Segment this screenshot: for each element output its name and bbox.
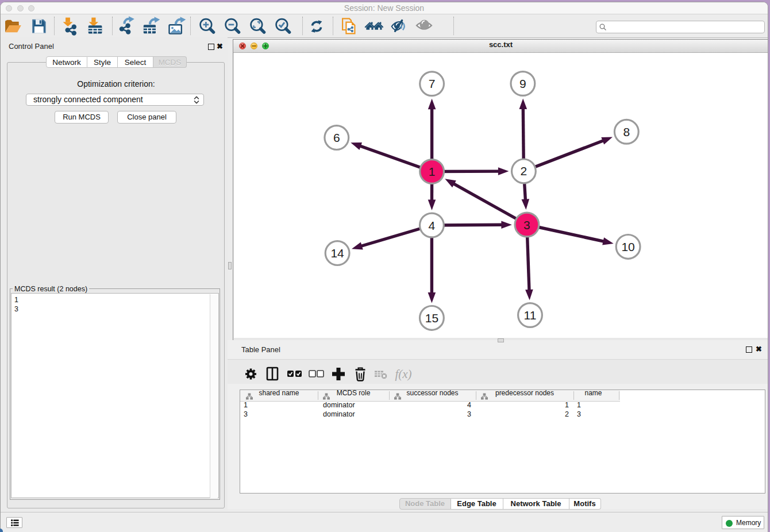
svg-text:10: 10 — [621, 240, 634, 253]
svg-text:4: 4 — [429, 219, 436, 232]
svg-text:14: 14 — [330, 246, 344, 260]
svg-text:7: 7 — [429, 77, 436, 90]
svg-text:11: 11 — [524, 309, 537, 322]
svg-text:8: 8 — [623, 125, 630, 138]
svg-text:2: 2 — [521, 164, 528, 178]
svg-text:3: 3 — [523, 218, 530, 232]
svg-text:6: 6 — [333, 131, 340, 144]
svg-text:f(x): f(x) — [395, 367, 411, 381]
svg-text:15: 15 — [425, 311, 438, 325]
svg-text:1: 1 — [429, 165, 436, 178]
svg-text:9: 9 — [519, 77, 526, 90]
